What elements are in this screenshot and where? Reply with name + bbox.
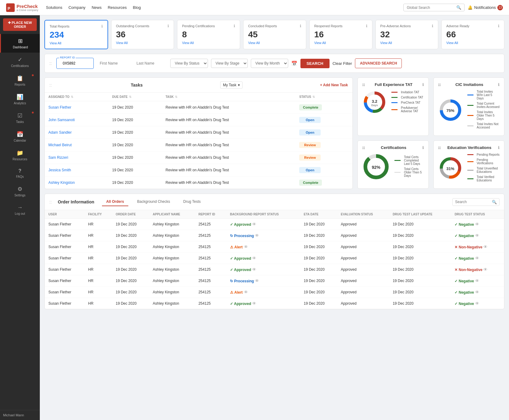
view-drug-icon[interactable]: 👁 xyxy=(475,233,479,238)
stat-viewall-reopened[interactable]: View All xyxy=(314,41,368,45)
order-search-box[interactable]: 🔍 xyxy=(452,198,500,206)
view-bg-icon[interactable]: 👁 xyxy=(252,256,256,261)
view-drug-icon[interactable]: 👁 xyxy=(475,278,479,283)
view-drug-icon[interactable]: 👁 xyxy=(475,301,479,306)
view-bg-icon[interactable]: 👁 xyxy=(252,267,256,272)
last-name-input[interactable] xyxy=(134,59,167,67)
view-by-stage-select[interactable]: View By Stage xyxy=(211,59,248,68)
stat-viewall-pre-adverse[interactable]: View All xyxy=(380,41,434,45)
stat-viewall-pending-certs[interactable]: View All xyxy=(182,41,235,45)
order-report-id: 254125 xyxy=(195,264,226,275)
stat-outstanding-consents: Outstanding Consents ℹ 36 View All xyxy=(111,20,174,49)
view-bg-icon[interactable]: 👁 xyxy=(244,244,248,249)
order-drug-status: ✕ Non-Negative 👁 xyxy=(451,241,504,253)
sort-icon-task[interactable]: ⇅ xyxy=(175,95,177,98)
sidebar-item-analytics[interactable]: 📊 Analytics xyxy=(0,90,40,109)
global-search-box[interactable]: 🔍 xyxy=(403,4,465,11)
search-button[interactable]: SEARCH xyxy=(300,59,330,68)
sidebar-item-certifications[interactable]: ✓ Certifications xyxy=(0,53,40,71)
task-assigned-name[interactable]: Jessica Smith xyxy=(48,168,71,172)
stat-info-icon-2[interactable]: ℹ xyxy=(234,24,235,28)
order-report-id: 254125 xyxy=(195,287,226,298)
nav-company[interactable]: Company xyxy=(68,5,85,10)
stat-viewall-total-reports[interactable]: View All xyxy=(50,41,103,45)
nav-resources[interactable]: Resources xyxy=(108,5,127,10)
tab-background-checks[interactable]: Background Checks xyxy=(133,198,174,206)
chevron-down-icon: ▾ xyxy=(238,83,240,87)
order-search-input[interactable] xyxy=(455,200,492,204)
sidebar-item-dashboard[interactable]: ⊞ Dashboard xyxy=(0,34,40,53)
view-drug-icon[interactable]: 👁 xyxy=(483,267,488,272)
task-assigned-name[interactable]: Susan Flether xyxy=(48,105,71,110)
tasks-card-title: Tasks xyxy=(131,83,143,87)
task-assigned-name[interactable]: John Samsanoti xyxy=(48,118,75,122)
report-id-input[interactable] xyxy=(60,59,90,67)
cert-info-icon[interactable]: ℹ xyxy=(422,146,424,150)
view-drug-icon[interactable]: 👁 xyxy=(475,290,479,295)
stat-info-icon-5[interactable]: ℹ xyxy=(432,24,433,28)
place-order-button[interactable]: ✚ PLACE NEW ORDER xyxy=(3,18,37,31)
order-eval-status: Approved xyxy=(337,287,389,298)
sidebar-item-faqs[interactable]: ? FAQs xyxy=(0,165,40,182)
stat-info-icon-6[interactable]: ℹ xyxy=(498,24,500,28)
view-bg-icon[interactable]: 👁 xyxy=(244,290,248,295)
sidebar-item-resources[interactable]: 📁 Resources xyxy=(0,146,40,165)
task-assigned-name[interactable]: Michael Beirut xyxy=(48,143,72,147)
user-name: Michael Mann xyxy=(3,413,24,417)
stat-info-icon-3[interactable]: ℹ xyxy=(300,24,301,28)
stat-viewall-adverse-ready[interactable]: View All xyxy=(446,41,500,45)
main-content: Total Reports ℹ 234 View All Outstanding… xyxy=(40,15,509,420)
view-bg-icon[interactable]: 👁 xyxy=(252,301,256,306)
stat-info-icon-1[interactable]: ℹ xyxy=(168,24,169,28)
cic-info-icon[interactable]: ℹ xyxy=(498,83,500,87)
view-bg-icon[interactable]: 👁 xyxy=(255,278,259,283)
sidebar-item-settings[interactable]: ⚙ Settings xyxy=(0,182,40,201)
order-information-section: :: Order Information All Orders Backgrou… xyxy=(44,194,504,309)
sort-icon-assigned[interactable]: ⇅ xyxy=(71,95,73,98)
order-facility: HR xyxy=(85,253,112,264)
view-by-month-select[interactable]: View By Month xyxy=(251,59,288,68)
order-user: Susan Flether xyxy=(45,241,85,253)
task-assigned-name[interactable]: Sam Rizzeri xyxy=(48,155,68,160)
view-bg-icon[interactable]: 👁 xyxy=(255,233,259,238)
nav-news[interactable]: News xyxy=(92,5,102,10)
global-search-input[interactable] xyxy=(407,6,456,10)
add-new-task-button[interactable]: + Add New Task xyxy=(320,83,348,87)
advanced-search-button[interactable]: ADVANCED SEARCH xyxy=(355,58,402,68)
stat-info-icon-4[interactable]: ℹ xyxy=(366,24,368,28)
stat-viewall-outstanding[interactable]: View All xyxy=(116,41,169,45)
sidebar-item-tasks[interactable]: ☑ Tasks xyxy=(0,109,40,127)
tat-info-icon[interactable]: ℹ xyxy=(422,83,424,87)
order-date: 19 Dec 2020 xyxy=(112,264,149,275)
tab-drug-tests[interactable]: Drug Tests xyxy=(179,198,205,206)
sidebar-item-reports[interactable]: 📋 Reports xyxy=(0,71,40,90)
table-row: Jessica Smith 19 Dec 2020 Review with HR… xyxy=(45,164,353,177)
sort-icon-status[interactable]: ⇅ xyxy=(312,95,315,98)
edu-info-icon[interactable]: ℹ xyxy=(498,146,500,150)
clear-filter-button[interactable]: Clear Filter xyxy=(333,61,352,66)
stat-info-icon-0[interactable]: ℹ xyxy=(101,24,103,28)
main-layout: ✚ PLACE NEW ORDER ⊞ Dashboard ✓ Certific… xyxy=(0,15,509,420)
stat-viewall-concluded[interactable]: View All xyxy=(248,41,301,45)
nav-solutions[interactable]: Solutions xyxy=(46,5,62,10)
calendar-picker-icon[interactable]: 📅 xyxy=(291,61,297,66)
first-name-input[interactable] xyxy=(97,59,130,67)
notifications-button[interactable]: 🔔 Notifications 13 xyxy=(468,5,503,10)
sidebar-item-logout[interactable]: → Log out xyxy=(0,201,40,219)
task-assigned-name[interactable]: Ashley Kingston xyxy=(48,180,75,185)
nav-blog[interactable]: Blog xyxy=(133,5,141,10)
order-drug-update: 19 Dec 2020 xyxy=(389,230,451,241)
view-drug-icon[interactable]: 👁 xyxy=(475,256,479,261)
task-selector-dropdown[interactable]: My Task ▾ xyxy=(220,81,243,89)
sort-icon-due-date[interactable]: ⇅ xyxy=(129,95,131,98)
view-drug-icon[interactable]: 👁 xyxy=(475,222,479,227)
sidebar-item-calendar[interactable]: 📅 Calendar xyxy=(0,127,40,146)
order-table-wrapper: USERFACILITYORDER DATEAPPLICANT NAMEREPO… xyxy=(45,210,504,309)
view-by-status-select[interactable]: View By Status xyxy=(170,59,208,68)
logo-sub: a Cisive company xyxy=(17,9,38,12)
view-drug-icon[interactable]: 👁 xyxy=(483,244,488,249)
tab-all-orders[interactable]: All Orders xyxy=(102,198,128,206)
view-bg-icon[interactable]: 👁 xyxy=(252,222,256,227)
task-assigned-name[interactable]: Adam Sandler xyxy=(48,130,72,135)
order-date: 19 Dec 2020 xyxy=(112,275,149,287)
